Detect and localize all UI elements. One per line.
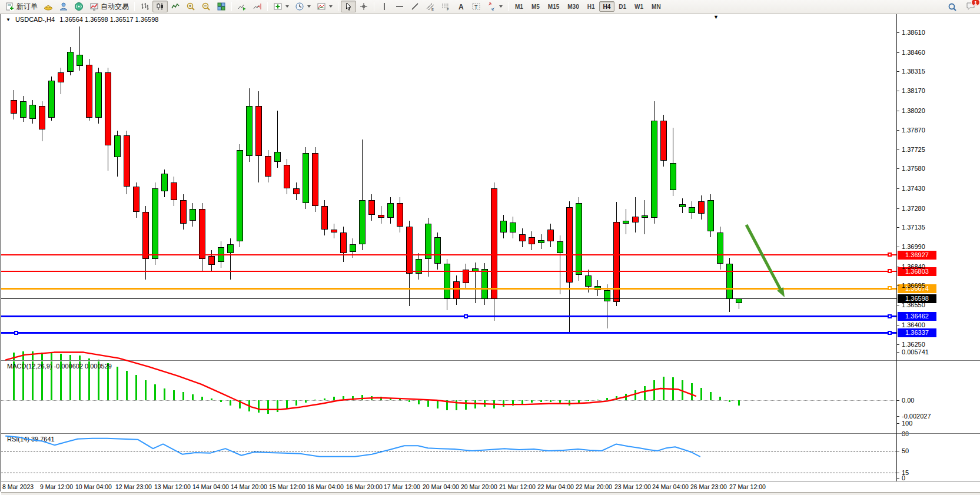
line-handle[interactable] bbox=[464, 314, 468, 318]
svg-text:T: T bbox=[474, 4, 478, 10]
contacts-button[interactable] bbox=[56, 1, 71, 12]
line-handle[interactable] bbox=[14, 331, 18, 335]
timeframe-button-w1[interactable]: W1 bbox=[630, 1, 647, 12]
dropdown-caret-icon[interactable] bbox=[285, 5, 289, 8]
auto-trading-button[interactable]: 自动交易 bbox=[87, 1, 132, 12]
new-order-button[interactable]: 新订单 bbox=[2, 1, 41, 12]
line-handle[interactable] bbox=[888, 269, 892, 273]
bear-candle bbox=[199, 209, 205, 259]
bear-candle bbox=[453, 281, 460, 299]
price-tick-label: 1.38170 bbox=[902, 87, 925, 94]
hline-1.36598[interactable] bbox=[1, 298, 896, 299]
chart-shift-button[interactable] bbox=[250, 1, 265, 12]
indicators-button[interactable] bbox=[270, 1, 292, 12]
arrows-button[interactable] bbox=[484, 1, 506, 12]
zoom-out-button[interactable] bbox=[198, 1, 214, 12]
dropdown-caret-icon[interactable] bbox=[499, 5, 503, 8]
zoom-in-button[interactable] bbox=[183, 1, 198, 12]
green-arrow-line[interactable] bbox=[746, 225, 780, 289]
svg-text:E: E bbox=[431, 8, 434, 11]
bull-candle bbox=[350, 244, 356, 252]
macd-scale-label: 0.005741 bbox=[902, 348, 929, 356]
text-label-button[interactable]: T bbox=[469, 1, 484, 12]
candlestick-chart-button[interactable] bbox=[152, 1, 168, 12]
periods-button[interactable] bbox=[292, 1, 314, 12]
rsi-level-line bbox=[1, 473, 896, 473]
bull-candle bbox=[623, 221, 629, 224]
macd-histogram-bar bbox=[700, 388, 702, 400]
macd-label: MACD(12,26,9) -0.000602 0.000529 bbox=[7, 363, 112, 370]
tile-windows-button[interactable] bbox=[214, 1, 229, 12]
text-button[interactable]: A bbox=[453, 1, 469, 12]
scroll-marker-icon[interactable]: ▼ bbox=[713, 14, 719, 20]
line-handle[interactable] bbox=[888, 253, 892, 257]
line-chart-button[interactable] bbox=[168, 1, 183, 12]
bull-candle bbox=[726, 264, 733, 299]
equidistant-channel-button[interactable]: E bbox=[423, 1, 438, 12]
vertical-line-button[interactable] bbox=[377, 1, 392, 12]
macd-histogram-bar bbox=[437, 400, 438, 408]
timeframe-button-m1[interactable]: M1 bbox=[511, 1, 527, 12]
trendline-button[interactable] bbox=[407, 1, 423, 12]
bull-candle bbox=[670, 163, 676, 190]
bull-candle bbox=[538, 240, 544, 243]
bull-candle bbox=[651, 121, 657, 218]
macd-histogram-bar bbox=[390, 398, 391, 400]
timeframe-button-d1[interactable]: D1 bbox=[614, 1, 630, 12]
chart-shift-icon bbox=[253, 2, 262, 11]
timeframe-button-m15[interactable]: M15 bbox=[544, 1, 563, 12]
auto-trading-icon bbox=[89, 2, 99, 11]
macd-histogram-bar bbox=[211, 398, 212, 400]
chevron-down-icon[interactable]: ▼ bbox=[6, 17, 11, 22]
bear-candle bbox=[180, 200, 187, 224]
timeframe-button-mn[interactable]: MN bbox=[647, 1, 665, 12]
price-tick-label: 1.38610 bbox=[902, 29, 925, 36]
timeframe-button-h4[interactable]: H4 bbox=[599, 1, 615, 12]
time-axis-label: 16 Mar 20:00 bbox=[346, 483, 383, 490]
gold-sycee-button[interactable] bbox=[41, 1, 56, 12]
macd-histogram-bar bbox=[578, 400, 580, 403]
panel-separator[interactable] bbox=[1, 433, 980, 434]
macd-histogram-bar bbox=[380, 397, 382, 400]
zoom-in-icon bbox=[186, 2, 195, 11]
line-handle[interactable] bbox=[888, 286, 892, 290]
crosshair-button[interactable] bbox=[356, 1, 371, 12]
bull-candle bbox=[77, 55, 83, 66]
hline-1.36462[interactable] bbox=[1, 315, 896, 317]
cursor-button[interactable] bbox=[341, 1, 356, 12]
bull-candle bbox=[585, 275, 592, 287]
dropdown-caret-icon[interactable] bbox=[329, 5, 333, 8]
macd-histogram-bar bbox=[691, 383, 693, 400]
hline-1.36674[interactable] bbox=[1, 288, 896, 290]
rsi-scale-label: 50 bbox=[902, 447, 909, 454]
tool-separator bbox=[338, 2, 338, 11]
timeframe-button-m5[interactable]: M5 bbox=[527, 1, 544, 12]
panel-separator[interactable] bbox=[1, 360, 980, 361]
bar-chart-button[interactable] bbox=[137, 1, 152, 12]
hline-1.36803[interactable] bbox=[1, 271, 896, 272]
search-button[interactable] bbox=[945, 1, 960, 13]
line-handle[interactable] bbox=[888, 331, 892, 335]
hline-1.36337[interactable] bbox=[1, 332, 896, 334]
timeframe-button-h1[interactable]: H1 bbox=[583, 1, 599, 12]
timeframe-button-m30[interactable]: M30 bbox=[563, 1, 583, 12]
fibonacci-button[interactable]: F bbox=[438, 1, 453, 12]
chart-window[interactable]: ▼ USDCAD-,H4 1.36564 1.36598 1.36517 1.3… bbox=[0, 14, 980, 491]
hline-1.36927[interactable] bbox=[1, 254, 896, 255]
auto-scroll-button[interactable] bbox=[234, 1, 250, 12]
time-axis-label: 26 Mar 23:00 bbox=[690, 483, 727, 490]
bull-candle bbox=[689, 207, 695, 213]
bull-candle bbox=[29, 105, 36, 119]
signal-button[interactable] bbox=[71, 1, 87, 12]
line-handle[interactable] bbox=[888, 314, 892, 318]
bear-candle bbox=[86, 65, 92, 118]
price-tick-label: 1.37280 bbox=[902, 205, 925, 212]
tool-separator bbox=[134, 2, 135, 11]
chart-ohlc-values: 1.36564 1.36598 1.36517 1.36598 bbox=[59, 16, 158, 23]
templates-button[interactable] bbox=[314, 1, 335, 12]
price-tick-label: 1.38020 bbox=[902, 107, 925, 114]
notifications-button[interactable]: 1 bbox=[966, 1, 975, 12]
horizontal-line-button[interactable] bbox=[392, 1, 407, 12]
fibonacci-icon: F bbox=[441, 2, 450, 11]
dropdown-caret-icon[interactable] bbox=[307, 5, 311, 8]
